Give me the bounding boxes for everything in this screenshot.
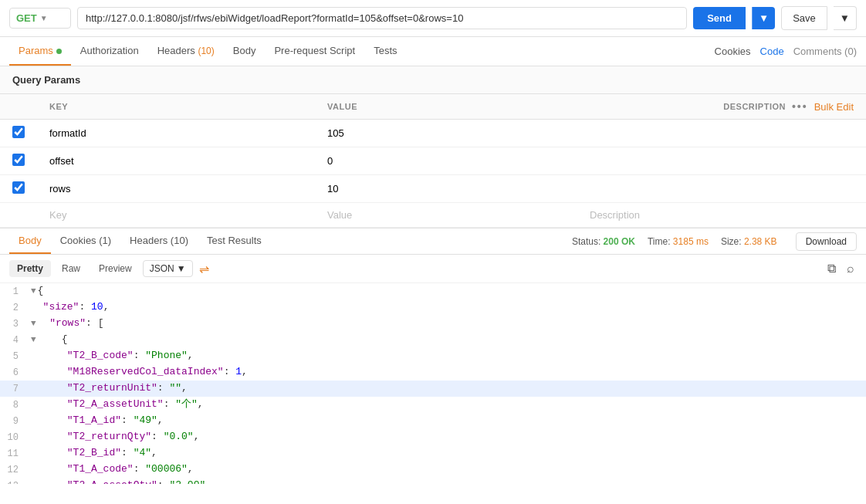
- top-tabs: Params Authorization Headers (10) Body P…: [0, 37, 866, 66]
- key-input-2[interactable]: [49, 183, 303, 194]
- desc-placeholder: Description: [590, 209, 640, 221]
- size-label: Size: 2.38 KB: [721, 236, 777, 247]
- request-bar: GET ▼ Send ▼ Save ▼: [0, 0, 866, 37]
- size-value: 2.38 KB: [744, 236, 777, 247]
- comments-link[interactable]: Comments (0): [793, 46, 857, 57]
- response-area: Body Cookies (1) Headers (10) Test Resul…: [0, 228, 866, 484]
- raw-button[interactable]: Raw: [54, 260, 88, 277]
- key-input-1[interactable]: [49, 155, 303, 167]
- preview-button[interactable]: Preview: [91, 260, 140, 277]
- response-tab-cookies[interactable]: Cookies (1): [51, 228, 120, 254]
- code-line: 13 "T2_A_assetQty": "2.00": [0, 478, 866, 484]
- copy-icon[interactable]: ⧉: [825, 259, 838, 278]
- code-line: 4▼ {: [0, 332, 866, 348]
- code-line: 6 "M18ReservedCol_dataIndex": 1,: [0, 364, 866, 381]
- code-line: 7 "T2_returnUnit": "",: [0, 381, 866, 397]
- code-line: 1▼{: [0, 283, 866, 299]
- tab-authorization[interactable]: Authorization: [71, 37, 148, 66]
- json-chevron-icon: ▼: [177, 263, 186, 274]
- search-icon[interactable]: ⌕: [844, 259, 857, 278]
- code-line: 2 "size": 10,: [0, 299, 866, 316]
- table-row: [0, 147, 866, 175]
- bulk-edit-button[interactable]: Bulk Edit: [814, 101, 854, 113]
- table-row: [0, 175, 866, 203]
- cookies-link[interactable]: Cookies: [715, 46, 751, 57]
- response-tab-headers[interactable]: Headers (10): [120, 228, 198, 254]
- tab-pre-request[interactable]: Pre-request Script: [265, 37, 364, 66]
- method-select[interactable]: GET ▼: [9, 8, 71, 29]
- tab-params[interactable]: Params: [9, 37, 71, 66]
- row-checkbox-2[interactable]: [12, 181, 25, 194]
- save-button[interactable]: Save: [781, 6, 827, 30]
- code-line: 3▼ "rows": [: [0, 316, 866, 332]
- code-line: 11 "T2_B_id": "4",: [0, 445, 866, 462]
- tabs-right: Cookies Code Comments (0): [715, 46, 857, 57]
- response-tab-test-results[interactable]: Test Results: [198, 228, 271, 254]
- code-line: 9 "T1_A_id": "49",: [0, 413, 866, 429]
- table-row: [0, 120, 866, 147]
- json-select[interactable]: JSON ▼: [143, 260, 193, 277]
- key-placeholder: Key: [49, 209, 66, 221]
- params-table: KEY VALUE DESCRIPTION ••• Bulk Edit: [0, 94, 866, 228]
- response-tabs-row: Body Cookies (1) Headers (10) Test Resul…: [0, 228, 866, 255]
- send-button[interactable]: Send: [693, 7, 746, 29]
- code-line: 5 "T2_B_code": "Phone",: [0, 348, 866, 364]
- send-dropdown-button[interactable]: ▼: [752, 7, 775, 29]
- wrap-icon[interactable]: ⇌: [199, 262, 209, 276]
- val-col-header: VALUE: [315, 94, 577, 120]
- format-toolbar: Pretty Raw Preview JSON ▼ ⇌ ⧉ ⌕: [0, 255, 866, 283]
- tab-headers[interactable]: Headers (10): [148, 37, 224, 66]
- value-input-1[interactable]: [327, 155, 565, 167]
- method-chevron-icon: ▼: [40, 14, 48, 22]
- download-button[interactable]: Download: [796, 232, 857, 251]
- url-input[interactable]: [77, 7, 687, 29]
- new-param-row: Key Value Description: [0, 203, 866, 228]
- query-params-section: Query Params KEY VALUE DESCRIPTION ••• B…: [0, 66, 866, 228]
- params-dot: [56, 49, 62, 54]
- query-params-title: Query Params: [0, 66, 866, 94]
- response-tab-body[interactable]: Body: [9, 228, 51, 254]
- code-line: 8 "T2_A_assetUnit": "个",: [0, 397, 866, 413]
- more-button[interactable]: •••: [792, 100, 808, 113]
- arrow-icon: ▼: [31, 335, 36, 344]
- pretty-button[interactable]: Pretty: [9, 260, 51, 277]
- code-editor: 1▼{2 "size": 10,3▼ "rows": [4▼ {5 "T2_B_…: [0, 283, 866, 484]
- tab-body[interactable]: Body: [224, 37, 266, 66]
- code-link[interactable]: Code: [760, 46, 784, 57]
- key-input-0[interactable]: [49, 127, 303, 139]
- status-info: Status: 200 OK Time: 3185 ms Size: 2.38 …: [572, 232, 857, 251]
- code-line: 12 "T1_A_code": "00006",: [0, 462, 866, 478]
- value-input-0[interactable]: [327, 127, 565, 139]
- time-label: Time: 3185 ms: [648, 236, 709, 247]
- arrow-icon: ▼: [31, 286, 36, 296]
- value-placeholder: Value: [327, 209, 352, 221]
- value-input-2[interactable]: [327, 183, 565, 194]
- row-checkbox-0[interactable]: [12, 126, 25, 138]
- key-col-header: KEY: [37, 94, 315, 120]
- time-value: 3185 ms: [673, 236, 709, 247]
- method-label: GET: [16, 12, 37, 24]
- code-line: 10 "T2_returnQty": "0.0",: [0, 429, 866, 445]
- desc-col-header: DESCRIPTION ••• Bulk Edit: [577, 94, 866, 120]
- right-icons: ⧉ ⌕: [825, 259, 857, 278]
- arrow-icon: ▼: [31, 319, 36, 328]
- row-checkbox-1[interactable]: [12, 154, 25, 166]
- save-dropdown-button[interactable]: ▼: [834, 6, 857, 30]
- checkbox-col-header: [0, 94, 37, 120]
- status-label: Status: 200 OK: [572, 236, 635, 247]
- tab-tests[interactable]: Tests: [364, 37, 406, 66]
- status-value: 200 OK: [604, 236, 635, 247]
